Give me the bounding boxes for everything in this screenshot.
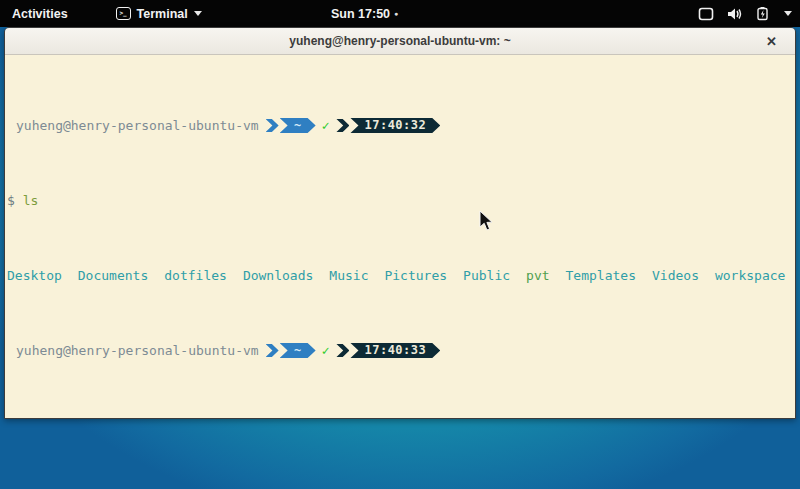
time-banner: 17:40:33: [350, 343, 440, 358]
listing-item: Pictures: [384, 268, 447, 283]
listing-item: Public: [463, 268, 510, 283]
clock-label: Sun 17:50: [331, 7, 390, 21]
check-icon: ✓: [322, 343, 330, 358]
listing-item: Desktop: [7, 268, 62, 283]
prompt-user-host: yuheng@henry-personal-ubuntu-vm: [16, 118, 259, 133]
window-title: yuheng@henry-personal-ubuntu-vm: ~: [289, 34, 510, 48]
terminal-screen[interactable]: yuheng@henry-personal-ubuntu-vm ~ ✓ 17:4…: [5, 55, 795, 418]
chevron-right-icon: [266, 344, 279, 357]
powerline-path-segment: ~: [259, 118, 316, 133]
prompt-line: yuheng@henry-personal-ubuntu-vm ~ ✓ 17:4…: [5, 118, 795, 133]
ls-output: Desktop Documents dotfiles Downloads Mus…: [5, 268, 795, 283]
chevron-right-icon: [266, 119, 279, 132]
terminal-window: yuheng@henry-personal-ubuntu-vm: ~ ✕ yuh…: [4, 27, 796, 419]
volume-icon: [727, 7, 743, 21]
top-bar: Activities >_ Terminal Sun 17:50 ●: [0, 0, 800, 27]
notification-dot-icon: ●: [394, 0, 398, 27]
powerline-time-segment: 17:40:32: [329, 118, 440, 133]
listing-item: Documents: [78, 268, 148, 283]
window-titlebar[interactable]: yuheng@henry-personal-ubuntu-vm: ~ ✕: [5, 28, 795, 55]
chevron-down-icon: [784, 11, 792, 16]
cwd-banner: ~: [280, 118, 316, 133]
powerline-time-segment: 17:40:33: [329, 343, 440, 358]
app-menu-terminal[interactable]: >_ Terminal: [110, 0, 208, 27]
time-banner: 17:40:32: [350, 118, 440, 133]
activities-button[interactable]: Activities: [0, 0, 80, 27]
prompt-symbol: $: [7, 193, 15, 208]
chevron-down-icon: [194, 11, 202, 16]
listing-item: dotfiles: [164, 268, 227, 283]
app-menu-label: Terminal: [137, 7, 188, 21]
prompt-line: yuheng@henry-personal-ubuntu-vm ~ ✓ 17:4…: [5, 343, 795, 358]
display-icon: [698, 7, 714, 21]
listing-item: pvt: [526, 268, 549, 283]
listing-item: workspace: [715, 268, 785, 283]
chevron-right-icon: [336, 119, 349, 132]
listing-item: Music: [329, 268, 368, 283]
prompt-user-host: yuheng@henry-personal-ubuntu-vm: [16, 343, 259, 358]
listing-item: Videos: [652, 268, 699, 283]
clock-button[interactable]: Sun 17:50 ●: [331, 0, 398, 27]
close-button[interactable]: ✕: [762, 32, 781, 51]
command-line: $ ls: [5, 193, 795, 208]
command-text: ls: [23, 193, 39, 208]
check-icon: ✓: [322, 118, 330, 133]
listing-item: Templates: [566, 268, 636, 283]
battery-charging-icon: [756, 7, 771, 21]
listing-item: Downloads: [243, 268, 313, 283]
terminal-icon: >_: [116, 7, 131, 20]
activities-label: Activities: [12, 7, 68, 21]
system-tray[interactable]: [698, 0, 792, 27]
powerline-path-segment: ~: [259, 343, 316, 358]
cwd-banner: ~: [280, 343, 316, 358]
chevron-right-icon: [336, 344, 349, 357]
